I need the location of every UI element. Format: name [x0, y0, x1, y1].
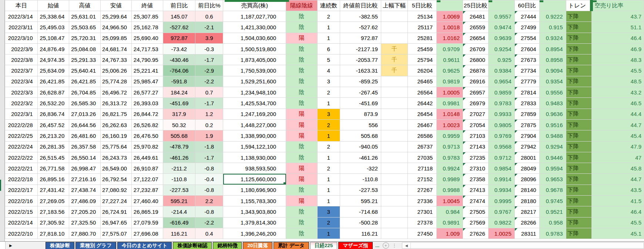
column-header-open[interactable]: 始値 [37, 0, 69, 11]
cell-trend[interactable]: 下降 [566, 228, 591, 239]
cell-d60[interactable]: 28140 [514, 185, 539, 195]
cell-trend[interactable]: 下降 [566, 119, 591, 130]
cell-trend[interactable]: 下降 [566, 206, 591, 217]
cell-close_diff[interactable]: 505.68 [340, 130, 381, 141]
cell-d25[interactable]: 26957 [463, 87, 489, 98]
cell-trend[interactable]: 下降 [566, 152, 591, 163]
cell-r25[interactable]: 0.9783 [488, 98, 514, 109]
tab-options-icon[interactable]: ⋮ [390, 242, 399, 249]
cell-streak[interactable]: 3 [317, 76, 340, 87]
cell-close_diff[interactable]: -2127.19 [340, 43, 381, 54]
cell-close[interactable]: 26,449.61 [131, 152, 163, 163]
cell-r25[interactable]: 0.9859 [488, 87, 514, 98]
cell-trend[interactable]: 下降 [566, 65, 591, 76]
cell-high[interactable]: 27,013.26 [69, 109, 101, 119]
cell-streak[interactable]: 1 [317, 228, 340, 239]
cell-high[interactable]: 25,291.33 [69, 54, 101, 65]
cell-d5[interactable]: 26467 [407, 119, 437, 130]
cell-r60[interactable]: 0.9636 [539, 109, 566, 119]
cell-low[interactable]: 27,227.24 [101, 196, 132, 206]
cell-trend[interactable]: 下降 [566, 54, 591, 65]
cell-streak[interactable]: 1 [317, 98, 340, 109]
cell-d60[interactable]: 27444 [514, 11, 539, 22]
cell-candle[interactable]: 陰 [286, 98, 318, 109]
cell-low[interactable]: 26,792.54 [101, 174, 132, 185]
cell-range_note[interactable] [381, 228, 407, 239]
cell-streak[interactable]: 1 [317, 196, 340, 206]
cell-close[interactable]: 25,221.41 [131, 65, 163, 76]
cell-d5[interactable]: 25794 [407, 54, 437, 65]
cell-r25[interactable]: 0.9934 [488, 185, 514, 195]
cell-d60[interactable]: 28001 [514, 152, 539, 163]
cell-candle[interactable]: 陰 [286, 228, 318, 239]
cell-volume[interactable]: 1,187,027,700 [223, 11, 286, 22]
cell-high[interactable]: 26,357.58 [69, 141, 101, 152]
cell-chg_pct[interactable]: 3.9 [195, 33, 223, 43]
cell-streak[interactable]: 3 [317, 206, 340, 217]
cell-streak[interactable]: 3 [317, 109, 340, 119]
cell-close_diff[interactable]: 595.21 [340, 196, 381, 206]
cell-date[interactable]: 2022/3/1 [5, 109, 38, 119]
cell-high[interactable]: 26,704.85 [69, 87, 101, 98]
cell-low[interactable]: 26,724.91 [101, 206, 132, 217]
column-header-range_note[interactable]: 上幅下幅 [381, 0, 407, 11]
cell-streak[interactable]: 1 [317, 22, 340, 33]
cell-d5[interactable]: 27118 [407, 163, 437, 174]
cell-trend[interactable]: 下降 [566, 130, 591, 141]
cell-open[interactable]: 26,895.16 [37, 174, 69, 185]
cell-r5[interactable]: 0.9713 [437, 141, 463, 152]
cell-r60[interactable]: 0.9516 [539, 119, 566, 130]
cell-chg_pct[interactable]: -2.2 [195, 217, 223, 228]
cell-close[interactable]: 27,232.87 [131, 185, 163, 195]
cell-volume[interactable]: 1,594,122,100 [223, 141, 286, 152]
cell-close[interactable]: 26,844.72 [131, 109, 163, 119]
cell-chg[interactable]: -214.4 [163, 206, 195, 217]
cell-candle[interactable]: 陰 [286, 87, 318, 98]
cell-volume[interactable]: 1,750,539,000 [223, 65, 286, 76]
cell-streak[interactable]: 1 [317, 33, 340, 43]
cell-low[interactable]: 26,496.72 [101, 87, 132, 98]
cell-open[interactable]: 27,305.92 [37, 217, 69, 228]
cell-chg[interactable]: 972.87 [163, 33, 195, 43]
cell-chg_pct[interactable]: 0.4 [195, 228, 223, 239]
cell-volume[interactable]: 1,396,246,200 [223, 228, 286, 239]
cell-range_note[interactable] [381, 98, 407, 109]
cell-r5[interactable]: 1.0045 [437, 196, 463, 206]
cell-high[interactable]: 25,084.08 [69, 43, 101, 54]
cell-r60[interactable]: 0.9324 [539, 33, 566, 43]
cell-chg_pct[interactable]: 0.6 [195, 11, 223, 22]
cell-r5[interactable]: 0.9783 [437, 152, 463, 163]
cell-d5[interactable]: 26564 [407, 87, 437, 98]
cell-open[interactable]: 24,876.49 [37, 43, 69, 54]
cell-r5[interactable]: 0.9625 [437, 65, 463, 76]
column-header-chg_pct[interactable]: 前日比% [195, 0, 223, 11]
cell-r60[interactable]: 0.9354 [539, 76, 566, 87]
cell-d5[interactable]: 27378 [407, 217, 437, 228]
cell-date[interactable]: 2022/2/18 [5, 174, 38, 185]
cell-range_note[interactable] [381, 163, 407, 174]
cell-r60[interactable]: 0.9446 [539, 152, 566, 163]
cell-chg_pct[interactable]: -0.3 [195, 43, 223, 54]
cell-range_note[interactable]: 千 [381, 43, 407, 54]
cell-d5[interactable]: 27450 [407, 228, 437, 239]
horizontal-scrollbar[interactable]: ◀ [402, 242, 644, 249]
cell-open[interactable]: 26,281.35 [37, 141, 69, 152]
cell-streak[interactable]: 1 [317, 185, 340, 195]
cell-open[interactable]: 25,108.47 [37, 33, 69, 43]
cell-d60[interactable]: 28217 [514, 206, 539, 217]
cell-r5[interactable]: 1.0069 [437, 11, 463, 22]
cell-d25[interactable]: 27569 [463, 217, 489, 228]
cell-range_note[interactable]: 千 [381, 65, 407, 76]
cell-d5[interactable]: 25281 [407, 33, 437, 43]
cell-chg[interactable]: -227.53 [163, 185, 195, 195]
cell-trend[interactable]: 下降 [566, 87, 591, 98]
cell-d25[interactable]: 26878 [463, 65, 489, 76]
cell-r60[interactable]: 0.9483 [539, 98, 566, 109]
cell-d60[interactable]: 27554 [514, 33, 539, 43]
cell-candle[interactable]: 陰 [286, 22, 318, 33]
cell-d25[interactable]: 27358 [463, 174, 489, 185]
cell-trend[interactable]: 下降 [566, 33, 591, 43]
cell-candle[interactable]: 陽 [286, 196, 318, 206]
cell-r5[interactable]: 0.9989 [437, 174, 463, 185]
cell-short_ratio[interactable]: 47 [591, 152, 644, 163]
